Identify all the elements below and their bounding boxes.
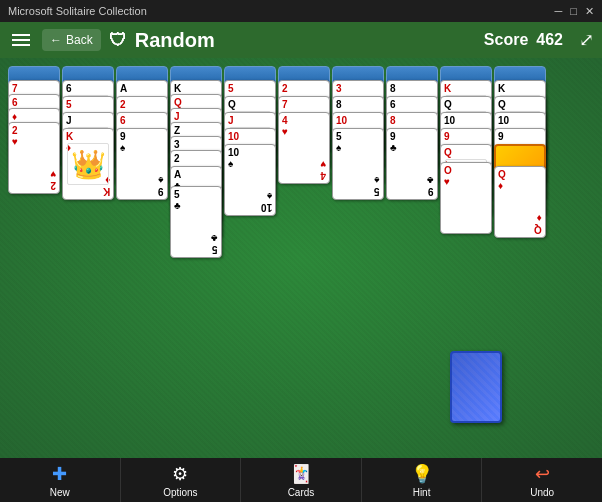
score-value: 462	[536, 31, 563, 49]
column-8: 8♣ 8♣ 6♠ 6♠ 8♦ 8♦ 9♣ 9♣	[386, 66, 438, 86]
back-label: Back	[66, 33, 93, 47]
card[interactable]: Q♦ Q♦	[494, 166, 546, 238]
score-label: Score	[484, 31, 528, 49]
stock-pile[interactable]	[450, 351, 502, 423]
card[interactable]: 10♠ 10♠	[224, 144, 276, 216]
maximize-button[interactable]: □	[570, 5, 577, 18]
score-area: Score 462	[484, 31, 563, 49]
column-6: 2♥ 2♥ 7♦ 7♦ 4♥ 4♥	[278, 66, 330, 86]
titlebar-title: Microsoft Solitaire Collection	[8, 5, 147, 17]
column-1: 7♦ 7♦ 6♦ 6♦ ♦ 2♥ 2♥	[8, 66, 60, 86]
column-5: 5♦ 5♦ Q♠ Q♠ 👸 J♥ J♥ 🤴 10♥ 10♥	[224, 66, 276, 86]
card[interactable]: 5♣ 5♣	[170, 186, 222, 258]
card[interactable]: O♥	[440, 162, 492, 234]
cards-button[interactable]: 🃏 Cards	[241, 458, 362, 502]
card[interactable]: K♦ K♦ 👑	[62, 128, 114, 200]
fullscreen-button[interactable]: ⤢	[579, 29, 594, 51]
card[interactable]: 2♥ 2♥	[8, 122, 60, 194]
back-button[interactable]: ← Back	[42, 29, 101, 51]
hint-icon: 💡	[411, 463, 433, 485]
column-9: K♦ K♦ 👑 Q♣ Q♣ 👸 10♣ 10♣ 9♥ 9♥	[440, 66, 492, 86]
cards-icon: 🃏	[290, 463, 312, 485]
menubar: ← Back 🛡 Random Score 462 ⤢	[0, 22, 602, 58]
new-label: New	[50, 487, 70, 498]
stock-card-back	[452, 353, 500, 421]
column-10: K♠ K♠ 👑 Q♣ Q♣ 👸 10♠ 10♠ 9♠ 9♠ �	[494, 66, 546, 86]
minimize-button[interactable]: ─	[555, 5, 563, 18]
new-icon: ✚	[52, 463, 67, 485]
column-7: 3♦ 3♦ 8♠ 8♠ 10♦ 10♦ 5♠ 5♠	[332, 66, 384, 86]
column-4: K♠ K♠ 👑 Q♥ Q♥ 👸 J♦ J♦ 🤴 Z♠	[170, 66, 222, 86]
column-2: 6♣ 6♣ 👑 5♦ 5♦ J♣ J♣ 🤴 K♦ K♦ 👑	[62, 66, 114, 86]
menu-button[interactable]	[8, 30, 34, 50]
back-arrow-icon: ←	[50, 33, 62, 47]
column-3: A♣ A♣ ♣ 2♦ 2♦ 6♥ 6♥ 9♠ 9♠	[116, 66, 168, 86]
hint-button[interactable]: 💡 Hint	[362, 458, 483, 502]
card[interactable]: 5♠ 5♠	[332, 128, 384, 200]
options-label: Options	[163, 487, 197, 498]
close-button[interactable]: ✕	[585, 5, 594, 18]
card[interactable]: 9♣ 9♣	[386, 128, 438, 200]
game-title: Random	[135, 29, 215, 52]
undo-button[interactable]: ↩ Undo	[482, 458, 602, 502]
titlebar: Microsoft Solitaire Collection ─ □ ✕	[0, 0, 602, 22]
options-icon: ⚙	[172, 463, 188, 485]
shield-icon: 🛡	[109, 30, 127, 51]
titlebar-controls: ─ □ ✕	[555, 5, 594, 18]
card[interactable]: 9♠ 9♠	[116, 128, 168, 200]
undo-label: Undo	[530, 487, 554, 498]
options-button[interactable]: ⚙ Options	[121, 458, 242, 502]
game-title-area: 🛡 Random	[109, 29, 215, 52]
toolbar: ✚ New ⚙ Options 🃏 Cards 💡 Hint ↩ Undo	[0, 458, 602, 502]
new-button[interactable]: ✚ New	[0, 458, 121, 502]
game-area: 7♦ 7♦ 6♦ 6♦ ♦ 2♥ 2♥ 6♣ 6♣	[0, 58, 602, 458]
hint-label: Hint	[413, 487, 431, 498]
cards-label: Cards	[288, 487, 315, 498]
card[interactable]: 4♥ 4♥	[278, 112, 330, 184]
undo-icon: ↩	[535, 463, 550, 485]
